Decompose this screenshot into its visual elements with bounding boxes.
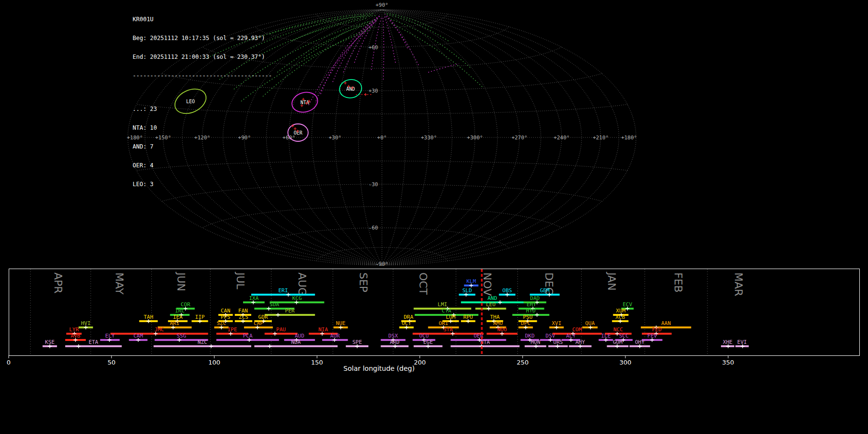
lat-tick-label: -60 [368, 225, 378, 231]
count-nta: NTA: 10 [133, 125, 272, 131]
shower-bar-label: NCC [613, 326, 623, 333]
shower-bar-label: SSG [176, 333, 186, 339]
meteor-trail [386, 14, 448, 41]
shower-bar-label: LMI [438, 301, 448, 308]
obs-begin: Beg: 20251112 10:17:35 (sol = 229.93°) [133, 35, 272, 41]
meteor-trail [354, 15, 381, 63]
shower-bar-label: EHY [527, 301, 536, 308]
shower-bar-label: COM [572, 326, 582, 333]
shower-bar-label: IEA [173, 314, 183, 320]
shower-bar-label: ZCS [239, 314, 248, 320]
meteor-mark [364, 93, 367, 96]
month-label: MAR [732, 272, 745, 296]
lon-tick-label: +210° [593, 135, 609, 141]
month-label: OCT [417, 272, 429, 295]
month-label: MAY [113, 272, 125, 295]
meteor-trail [428, 64, 459, 72]
shower-bar-label: STA [443, 326, 453, 333]
activity-timeline: APRMAYJUNJULAUGSEPOCTNOVDECJANFEBMARKLME… [0, 269, 868, 434]
shower-bar-label: KCG [292, 295, 302, 301]
lon-tick-label: +0° [377, 135, 387, 141]
shower-bar-label: MON [530, 339, 540, 345]
shower-bar-label: SCC [619, 333, 629, 339]
meteor-trail [384, 13, 432, 28]
shower-bar-label: NIA [318, 326, 328, 333]
lat-tick-label: +30 [368, 88, 378, 94]
shower-bar-label: IRC [175, 308, 185, 314]
peak-marker [209, 344, 213, 348]
shower-bar-label: GEM [540, 287, 550, 294]
station-id: KR001U [133, 16, 272, 23]
shower-bar-label: ARD [390, 339, 399, 345]
shower-bar-label: EVI [737, 339, 747, 345]
peak-marker [535, 313, 539, 317]
meteor-trail [371, 16, 382, 70]
peak-marker [276, 313, 280, 317]
x-tick-label: 150 [311, 359, 323, 366]
count-and: AND: 7 [133, 144, 272, 150]
shower-bar-label: CTA [442, 308, 451, 314]
lat-tick-label: +60 [368, 44, 378, 51]
count-oer: OER: 4 [133, 163, 272, 169]
shower-bar-label: LYR [69, 326, 79, 333]
shower-bar-label: IPE [228, 326, 237, 333]
shower-bar-label: LEO [486, 301, 496, 308]
sky-map: +180°+150°+120°+90°+60°+30°+0°+330°+300°… [0, 0, 868, 269]
lat-tick-label: -90° [376, 261, 389, 267]
x-tick-label: 50 [108, 359, 116, 366]
meteor-trail [321, 17, 378, 94]
meteor-trail [263, 27, 373, 96]
shower-bar-label: GDR [258, 314, 268, 320]
lon-tick-label: +270° [512, 135, 528, 141]
shower-bar-label: AND [488, 295, 497, 301]
shower-bar-label: XUM [616, 308, 625, 314]
count-leo: LEO: 3 [133, 181, 272, 188]
month-label: JUN [175, 271, 187, 291]
peak-marker [268, 344, 271, 348]
month-label: AUG [296, 272, 308, 296]
month-label: JUL [234, 271, 246, 290]
shower-label-and: AND [346, 86, 355, 92]
shower-bar-label: THA [490, 314, 500, 320]
shower-bar-label: NZC [198, 339, 207, 345]
shower-bar-label: AUR [330, 333, 340, 339]
lon-tick-label: +300° [467, 135, 483, 141]
meteor-trail [304, 19, 377, 58]
x-axis-title: Solar longitude (deg) [343, 365, 415, 372]
shower-bar-label: ARI [170, 320, 179, 326]
meteor-trail [391, 23, 482, 87]
meteor-trail [383, 16, 384, 80]
lon-tick-label: +180° [621, 135, 637, 141]
shower-bar-label: GUM [613, 339, 623, 345]
lon-tick-label: +240° [554, 135, 570, 141]
lat-tick-label: -30 [368, 181, 378, 188]
lon-tick-label: +30° [328, 135, 341, 141]
shower-bar-label: XHE [723, 339, 732, 345]
shower-bar-label: ELY [105, 333, 115, 339]
peak-marker [498, 300, 502, 304]
x-tick-label: 100 [208, 359, 220, 366]
lat-tick-label: +90° [376, 2, 389, 8]
shower-bar-label: DAD [530, 295, 540, 301]
month-label: JAN [606, 271, 618, 291]
count-sporadic: ...: 23 [133, 106, 272, 112]
x-tick-label: 300 [619, 359, 631, 366]
shower-bar-label: IXA [249, 295, 258, 301]
info-panel: KR001U Beg: 20251112 10:17:35 (sol = 229… [133, 4, 272, 213]
obs-end: End: 20251112 21:00:33 (sol = 230.37°) [133, 54, 272, 60]
month-label: NOV [481, 272, 493, 296]
shower-counts: ...: 23 NTA: 10 AND: 7 OER: 4 LEO: 3 [133, 94, 272, 200]
shower-bar-label: PER [285, 308, 295, 314]
peak-marker [77, 344, 81, 348]
shower-bar-label: ERI [278, 287, 288, 294]
x-tick-label: 350 [722, 359, 734, 366]
shower-bar-label: PCA [243, 333, 253, 339]
sky-grid-meridian [382, 10, 619, 265]
shower-bar-label: QUA [585, 320, 595, 326]
shower-bar-label: SLD [462, 287, 472, 294]
shower-bar-label: NDA [291, 339, 301, 345]
shower-bar-label: ETA [89, 339, 98, 345]
shower-bar-label: CAP [254, 320, 263, 326]
separator-line: ---------------------------------------- [133, 73, 272, 79]
x-tick-label: 200 [414, 359, 426, 366]
